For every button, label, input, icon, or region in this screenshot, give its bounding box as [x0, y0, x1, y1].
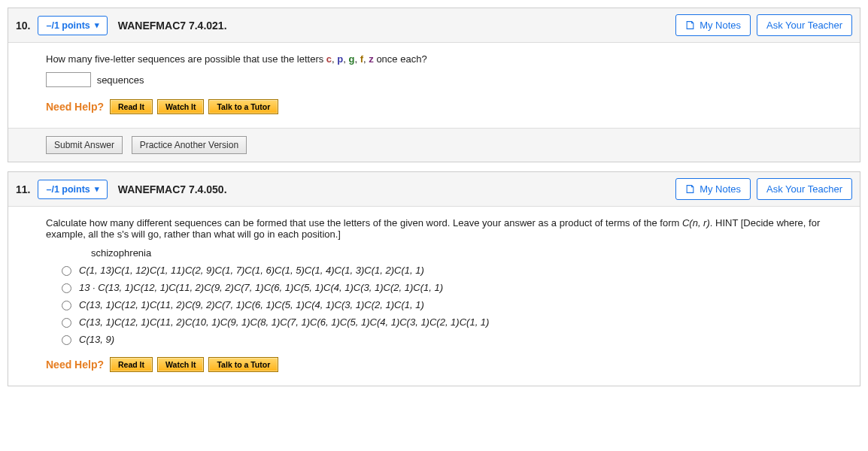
- options-group: C(1, 13)C(1, 12)C(1, 11)C(2, 9)C(1, 7)C(…: [58, 265, 822, 345]
- option-radio-3[interactable]: [62, 301, 71, 310]
- text-main: Calculate how many different sequences c…: [46, 217, 682, 229]
- question-body: Calculate how many different sequences c…: [8, 207, 860, 386]
- ask-teacher-button[interactable]: Ask Your Teacher: [757, 178, 852, 200]
- answer-row: sequences: [46, 72, 822, 87]
- question-header: 10. –/1 points ▾ WANEFMAC7 7.4.021. My N…: [8, 8, 860, 43]
- ask-teacher-label: Ask Your Teacher: [766, 20, 842, 31]
- option-radio-2[interactable]: [62, 283, 71, 293]
- option-row: C(13, 1)C(12, 1)C(11, 2)C(9, 2)C(7, 1)C(…: [58, 299, 822, 310]
- chevron-down-icon: ▾: [95, 20, 99, 30]
- option-row: C(13, 1)C(12, 1)C(11, 2)C(10, 1)C(9, 1)C…: [58, 316, 822, 328]
- option-label-3: C(13, 1)C(12, 1)C(11, 2)C(9, 2)C(7, 1)C(…: [79, 299, 424, 310]
- watch-it-button[interactable]: Watch It: [157, 99, 204, 114]
- question-10: 10. –/1 points ▾ WANEFMAC7 7.4.021. My N…: [8, 8, 860, 162]
- points-dropdown[interactable]: –/1 points ▾: [38, 180, 107, 199]
- my-notes-label: My Notes: [700, 183, 741, 195]
- option-label-2: 13 · C(13, 1)C(12, 1)C(11, 2)C(9, 2)C(7,…: [79, 282, 443, 293]
- need-help-row: Need Help? Read It Watch It Talk to a Tu…: [46, 99, 822, 114]
- letter-g: g: [349, 53, 355, 65]
- option-radio-5[interactable]: [62, 335, 71, 345]
- option-label-1: C(1, 13)C(1, 12)C(1, 11)C(2, 9)C(1, 7)C(…: [79, 265, 424, 276]
- given-word: schizophrenia: [91, 247, 822, 259]
- option-radio-4[interactable]: [62, 318, 71, 328]
- option-label-5: C(13, 9): [79, 334, 114, 345]
- my-notes-button[interactable]: My Notes: [675, 178, 751, 200]
- question-number: 11.: [16, 183, 30, 195]
- ask-teacher-button[interactable]: Ask Your Teacher: [757, 14, 852, 36]
- watch-it-button[interactable]: Watch It: [157, 357, 204, 372]
- talk-tutor-button[interactable]: Talk to a Tutor: [208, 99, 278, 114]
- option-label-4: C(13, 1)C(12, 1)C(11, 2)C(10, 1)C(9, 1)C…: [79, 316, 489, 328]
- chevron-down-icon: ▾: [95, 184, 99, 194]
- practice-another-button[interactable]: Practice Another Version: [132, 136, 247, 154]
- answer-input[interactable]: [46, 72, 91, 87]
- question-11: 11. –/1 points ▾ WANEFMAC7 7.4.050. My N…: [8, 171, 860, 386]
- points-label: –/1 points: [46, 20, 90, 31]
- points-dropdown[interactable]: –/1 points ▾: [38, 16, 107, 35]
- question-text: How many five-letter sequences are possi…: [46, 53, 822, 65]
- read-it-button[interactable]: Read It: [110, 99, 153, 114]
- need-help-label: Need Help?: [46, 359, 104, 371]
- letter-f: f: [360, 53, 363, 65]
- option-radio-1[interactable]: [62, 266, 71, 276]
- question-header: 11. –/1 points ▾ WANEFMAC7 7.4.050. My N…: [8, 172, 860, 207]
- submit-answer-button[interactable]: Submit Answer: [46, 136, 123, 154]
- my-notes-button[interactable]: My Notes: [675, 14, 751, 36]
- question-body: How many five-letter sequences are possi…: [8, 43, 860, 128]
- points-label: –/1 points: [46, 184, 90, 195]
- sequences-label: sequences: [97, 74, 144, 86]
- option-row: C(1, 13)C(1, 12)C(1, 11)C(2, 9)C(1, 7)C(…: [58, 265, 822, 276]
- question-code: WANEFMAC7 7.4.021.: [118, 20, 227, 32]
- action-bar: Submit Answer Practice Another Version: [8, 128, 860, 162]
- question-code: WANEFMAC7 7.4.050.: [118, 183, 227, 195]
- question-number: 10.: [16, 20, 30, 32]
- need-help-row: Need Help? Read It Watch It Talk to a Tu…: [46, 357, 822, 372]
- letter-c: c: [326, 53, 332, 65]
- option-row: 13 · C(13, 1)C(12, 1)C(11, 2)C(9, 2)C(7,…: [58, 282, 822, 293]
- question-text: Calculate how many different sequences c…: [46, 217, 822, 240]
- letter-p: p: [337, 53, 343, 65]
- note-icon: [685, 184, 695, 194]
- talk-tutor-button[interactable]: Talk to a Tutor: [208, 357, 278, 372]
- text-suffix: once each?: [374, 53, 427, 65]
- read-it-button[interactable]: Read It: [110, 357, 153, 372]
- my-notes-label: My Notes: [700, 20, 741, 31]
- text-prefix: How many five-letter sequences are possi…: [46, 53, 326, 65]
- option-row: C(13, 9): [58, 334, 822, 345]
- note-icon: [685, 20, 695, 30]
- cnr-term: C(n, r): [682, 217, 710, 229]
- ask-teacher-label: Ask Your Teacher: [766, 183, 842, 195]
- need-help-label: Need Help?: [46, 101, 104, 113]
